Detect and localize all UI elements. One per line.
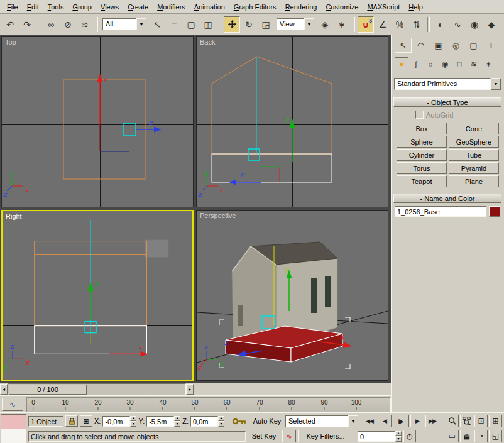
select-and-scale-icon[interactable]: ◲ — [258, 16, 274, 33]
object-name-input[interactable]: 1_0256_Base — [395, 206, 486, 217]
reference-coordinate-system-dropdown[interactable]: View ▼ — [277, 18, 314, 30]
set-keys-key-icon[interactable] — [230, 415, 249, 427]
teapot-button[interactable]: Teapot — [397, 175, 447, 187]
viewport-perspective-label[interactable]: Perspective — [200, 212, 236, 219]
time-slider-next-icon[interactable]: ▸ — [186, 384, 194, 395]
pan-hand-icon[interactable] — [460, 430, 473, 442]
selection-lock-icon[interactable] — [65, 415, 78, 427]
spin-up-icon[interactable]: ▴ — [174, 416, 180, 422]
go-to-start-icon[interactable]: ◀◀ — [363, 415, 376, 427]
move-gizmo[interactable]: y z — [229, 57, 295, 185]
auto-key-button[interactable]: Auto Key — [251, 415, 283, 427]
rollout-name-and-color[interactable]: - Name and Color — [393, 194, 501, 203]
zoom-region-icon[interactable]: ▭ — [446, 430, 459, 442]
set-key-button[interactable]: Set Key — [248, 430, 280, 442]
arc-rotate-icon[interactable]: ◔ — [474, 430, 488, 442]
z-spinner[interactable]: ▴▾ — [218, 416, 224, 427]
listener-pane[interactable] — [1, 429, 26, 443]
menu-modifiers[interactable]: Modifiers — [153, 1, 190, 13]
zoom-extents-all-icon[interactable]: ⊞ — [489, 415, 502, 427]
current-frame-value[interactable]: 0 — [358, 431, 395, 442]
viewport-top-label[interactable]: Top — [5, 38, 16, 46]
viewport-perspective-canvas[interactable]: y x z z y x — [197, 211, 388, 380]
menu-customize[interactable]: Customize — [321, 1, 363, 13]
plane-button[interactable]: Plane — [449, 175, 499, 187]
viewport-right-label[interactable]: Right — [6, 212, 22, 220]
tab-motion-icon[interactable]: ◎ — [447, 38, 464, 53]
select-by-name-icon[interactable]: ≡ — [166, 16, 182, 33]
time-configuration-icon[interactable]: ◷ — [403, 430, 416, 442]
spin-down-icon[interactable]: ▾ — [130, 421, 136, 427]
frame-spinner[interactable]: ▴▾ — [395, 431, 402, 442]
x-spinner[interactable]: ▴▾ — [130, 416, 136, 427]
undo-icon[interactable]: ↶ — [2, 16, 18, 33]
chevron-down-icon[interactable]: ▼ — [491, 78, 501, 90]
gizmo-plane-handle[interactable] — [248, 149, 260, 160]
tab-modify-icon[interactable]: ◠ — [412, 38, 429, 53]
menu-animation[interactable]: Animation — [190, 1, 229, 13]
viewport-right[interactable]: Right y — [1, 210, 194, 381]
zoom-extents-icon[interactable]: ⊡ — [474, 415, 488, 427]
viewport-back-canvas[interactable]: y z y x z — [197, 37, 388, 207]
menu-maxscript[interactable]: MAXScript — [363, 1, 404, 13]
time-slider-thumb[interactable]: 0 / 100 — [9, 385, 87, 395]
move-gizmo[interactable]: x z — [97, 74, 162, 151]
angle-snap-icon[interactable]: ∠ — [375, 16, 391, 33]
viewport-perspective[interactable]: Perspective — [196, 210, 388, 381]
material-editor-icon[interactable]: ◉ — [466, 16, 483, 33]
next-frame-icon[interactable]: ▶ — [410, 415, 424, 427]
mirror-icon[interactable]: ◐ — [432, 16, 449, 33]
bind-to-space-warp-icon[interactable]: ≋ — [77, 16, 93, 33]
key-tangents-icon[interactable]: ∿ — [282, 430, 296, 442]
curve-editor-icon[interactable]: ∿ — [449, 16, 466, 33]
pyramid-button[interactable]: Pyramid — [449, 162, 499, 174]
cylinder-button[interactable]: Cylinder — [397, 149, 447, 161]
category-lights-icon[interactable]: ☼ — [424, 57, 437, 70]
timeline-ruler[interactable]: 0 10 20 30 40 50 60 70 80 90 100 — [26, 397, 391, 413]
tab-create-icon[interactable]: ↖ — [395, 38, 412, 53]
menu-create[interactable]: Create — [123, 1, 153, 13]
menu-views[interactable]: Views — [96, 1, 123, 13]
y-coord-value[interactable]: -5,5m — [146, 416, 174, 427]
spinner-snap-icon[interactable]: ⇅ — [408, 16, 425, 33]
select-and-manipulate-icon[interactable]: ∗ — [334, 16, 350, 33]
percent-snap-icon[interactable]: % — [392, 16, 408, 33]
spin-up-icon[interactable]: ▴ — [130, 416, 136, 422]
chevron-down-icon[interactable]: ▼ — [348, 415, 358, 427]
x-coord-field[interactable]: -0,0m ▴▾ — [102, 416, 136, 427]
select-object-icon[interactable]: ↖ — [149, 16, 165, 33]
current-frame-field[interactable]: 0 ▴▾ — [358, 431, 402, 442]
play-icon[interactable]: ▶ — [393, 415, 409, 427]
primitives-dropdown[interactable]: Standard Primitives ▼ — [394, 78, 501, 90]
spin-down-icon[interactable]: ▾ — [395, 436, 402, 442]
snap-toggle-icon[interactable]: ∪ 3 — [358, 16, 374, 33]
viewport-top[interactable]: Top x z — [1, 36, 194, 207]
macro-recorder-pane[interactable] — [1, 414, 26, 429]
select-and-link-icon[interactable]: ∞ — [43, 16, 59, 33]
category-spacewarps-icon[interactable]: ≋ — [467, 57, 481, 70]
category-systems-icon[interactable]: ∗ — [481, 57, 495, 70]
viewport-back-label[interactable]: Back — [200, 38, 215, 46]
menu-group[interactable]: Group — [68, 1, 96, 13]
go-to-end-icon[interactable]: ▶▶ — [425, 415, 439, 427]
viewport-top-canvas[interactable]: x z y x z — [2, 37, 193, 207]
y-spinner[interactable]: ▴▾ — [174, 416, 180, 427]
zoom-icon[interactable] — [446, 415, 459, 427]
tab-display-icon[interactable]: ▢ — [465, 38, 482, 53]
select-and-move-icon[interactable] — [224, 16, 240, 33]
object-color-swatch[interactable] — [489, 206, 500, 217]
z-coord-field[interactable]: 0,0m ▴▾ — [190, 416, 224, 427]
move-gizmo[interactable]: y x — [85, 220, 148, 357]
category-geometry-icon[interactable]: ● — [395, 57, 408, 70]
key-selection-dropdown[interactable]: Selected ▼ — [285, 415, 358, 427]
mini-curve-editor-icon[interactable]: ∿ — [2, 398, 23, 411]
previous-frame-icon[interactable]: ◀ — [378, 415, 392, 427]
menu-rendering[interactable]: Rendering — [281, 1, 322, 13]
chevron-down-icon[interactable]: ▼ — [304, 18, 314, 30]
use-pivot-point-center-icon[interactable]: ◈ — [317, 16, 333, 33]
autogrid-checkbox[interactable] — [415, 111, 424, 119]
select-and-rotate-icon[interactable]: ↻ — [241, 16, 257, 33]
category-cameras-icon[interactable]: ◉ — [438, 57, 452, 70]
menu-tools[interactable]: Tools — [43, 1, 68, 13]
chevron-down-icon[interactable]: ▼ — [136, 18, 146, 30]
